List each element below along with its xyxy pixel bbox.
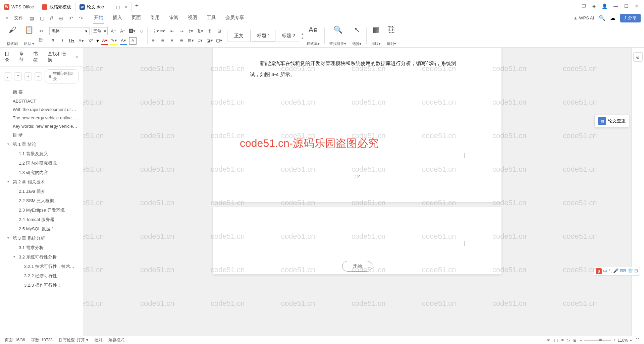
tab-start[interactable]: 开始 [93,13,104,23]
view-read-icon[interactable]: ▷ [567,338,570,343]
status-spell[interactable]: 拼写检查: 打开 ▾ [59,337,88,343]
preview-icon[interactable]: ◎ [57,14,65,22]
style-h1[interactable]: 标题 1 [252,30,275,42]
remove-item-icon[interactable]: − [35,72,42,80]
style-set-group[interactable]: Aɐ 样式集▾ [304,25,322,46]
zoom-dropdown-icon[interactable]: ▾ [630,338,632,343]
sidebar-tab-toc[interactable]: 目录 [5,51,14,63]
toc-item[interactable]: 3.2.1 技术可行性：技术背景 … [0,262,83,271]
toc-item[interactable]: 2.2 SSM 三大框架 [0,196,83,206]
align-center-icon[interactable]: ≣ [159,37,166,44]
change-case-icon[interactable]: 🅰▾ [128,27,136,35]
toc-item[interactable]: ▾第 3 章 系统分析 [0,234,83,243]
hamburger-icon[interactable]: ≡ [3,14,10,22]
view-outline-icon[interactable]: ≡ [561,338,564,343]
distribute-icon[interactable]: ⊟▾ [187,37,195,44]
font-size-select[interactable]: 三号▾ [92,27,108,35]
tab-insert[interactable]: 插入 [112,13,123,23]
document-area[interactable]: code51.cncode51.cncode51.cncode51.cncode… [83,48,631,336]
start-button[interactable]: 开始 [342,261,372,272]
add-item-icon[interactable]: + [24,72,32,80]
format-brush-group[interactable]: 🖌 格式刷 [4,25,20,46]
close-window-icon[interactable]: ✕ [635,3,639,9]
toc-item[interactable]: 摘 要 [0,88,83,97]
tab-member[interactable]: 会员专享 [225,13,245,23]
style-normal[interactable]: 正文 [227,30,251,42]
sort-icon[interactable]: ⇅▾ [197,27,204,35]
redo-icon[interactable]: ↷ [77,14,85,22]
wps-ai-button[interactable]: ▲ WPS AI [573,15,594,20]
collapse-icon[interactable]: ⌄ [4,72,11,80]
highlight-button[interactable]: ✎▾ [110,37,118,45]
zoom-slider[interactable] [584,340,611,341]
decrease-indent-icon[interactable]: ⇤ [168,27,176,35]
toc-item[interactable]: The new energy vehicle online re… [0,114,83,122]
paper-check-button[interactable]: ▤ 论文查重 [594,115,629,127]
underline-button[interactable]: U▾ [68,37,75,45]
expand-icon[interactable]: ⌃ [14,72,21,80]
show-marks-icon[interactable]: ¶ [206,27,213,35]
zoom-value[interactable]: 110% [618,338,628,343]
borders-icon[interactable]: ▢▾ [215,37,223,44]
maximize-icon[interactable]: ☐ [624,3,629,9]
view-page-icon[interactable]: ▢ [554,338,558,343]
toc-item[interactable]: Key words: new energy vehicle o… [0,122,83,130]
ime-grid-icon[interactable]: ⊞ [634,268,638,274]
document-tab[interactable]: W 论文.doc ▢ × [75,2,132,12]
box-icon[interactable]: ◈ [592,3,596,9]
restore-icon[interactable]: ❐ [582,3,586,9]
add-tab-button[interactable]: + [132,2,142,9]
sidebar-tab-chapter[interactable]: 章节 [19,51,28,63]
increase-font-icon[interactable]: A⁺ [110,27,117,35]
view-eye-icon[interactable]: 👁 [547,338,551,343]
find-replace-group[interactable]: 🔍 查找替换▾ [327,25,349,46]
toc-item[interactable]: 2.4 Tomcat 服务器 [0,215,83,224]
text-fill-button[interactable]: A▾ [120,37,127,45]
search-icon[interactable]: 🔍 [599,15,605,21]
toc-item[interactable]: ▾第 1 章 绪论 [0,140,83,149]
sidebar-tab-bookmark[interactable]: 书签 [33,51,42,63]
folder-icon[interactable]: ▢ [38,14,46,22]
superscript-button[interactable]: X² [87,37,94,45]
tabs-icon[interactable]: ‡▾ [197,37,204,44]
toc-item[interactable]: 1.1 背景及意义 [0,149,83,159]
toc-item[interactable]: 2.1 Java 简介 [0,187,83,196]
line-spacing-icon[interactable]: ‡▾ [187,27,195,35]
tab-review[interactable]: 审阅 [168,13,179,23]
copy-icon[interactable]: ⿻ [38,37,45,44]
font-color-button[interactable]: A▾ [101,37,108,45]
share-button[interactable]: ⤴ 分享 [620,14,641,22]
expand-icon[interactable]: ▾ [7,142,9,146]
toc-item[interactable]: ▾3.2 系统可行性分析 [0,252,83,262]
ime-mic-icon[interactable]: 🎤 [613,268,619,274]
style-scroll-up[interactable]: ▴ [302,32,303,36]
tab-view[interactable]: 视图 [187,13,198,23]
toc-item[interactable]: With the rapid development of s… [0,105,83,114]
expand-icon[interactable]: ▾ [7,236,9,240]
align-right-icon[interactable]: ≡ [168,37,176,44]
layout-group[interactable]: ▦ 排版▾ [369,25,383,46]
close-sidebar-icon[interactable]: × [75,54,78,60]
shading-icon[interactable]: ◪▾ [206,37,213,44]
toc-item[interactable]: 目 录 [0,130,83,140]
avatar-icon[interactable]: 👤 [602,3,607,9]
select-group[interactable]: ↖ 选择▾ [350,25,364,46]
align-justify-icon[interactable]: ≣ [178,37,185,44]
zoom-control[interactable]: − + 110% ▾ [580,338,632,343]
print-icon[interactable]: ⎙ [48,14,55,22]
arrange-group[interactable]: ⿻ 排列▾ [384,25,399,46]
cut-icon[interactable]: ✂ [38,27,45,35]
text-box-button[interactable]: A [129,37,137,45]
toc-item[interactable]: 2.5 MySQL 数据库 [0,224,83,234]
zoom-in-icon[interactable]: + [613,338,615,343]
undo-icon[interactable]: ↶ [67,14,75,22]
align-left-icon[interactable]: ≡ [150,37,157,44]
zoom-out-icon[interactable]: − [580,338,582,343]
font-name-select[interactable]: 黑体▾ [49,27,90,35]
toc-item[interactable]: 3.2.2 经济可行性 [0,271,83,281]
cloud-icon[interactable]: ☁ [610,15,615,21]
minimize-icon[interactable]: — [613,3,618,9]
panel-item-1[interactable]: ⊜ [633,52,643,62]
fullscreen-icon[interactable]: ⛶ [635,338,639,343]
ime-cn[interactable]: 中 [603,268,607,274]
